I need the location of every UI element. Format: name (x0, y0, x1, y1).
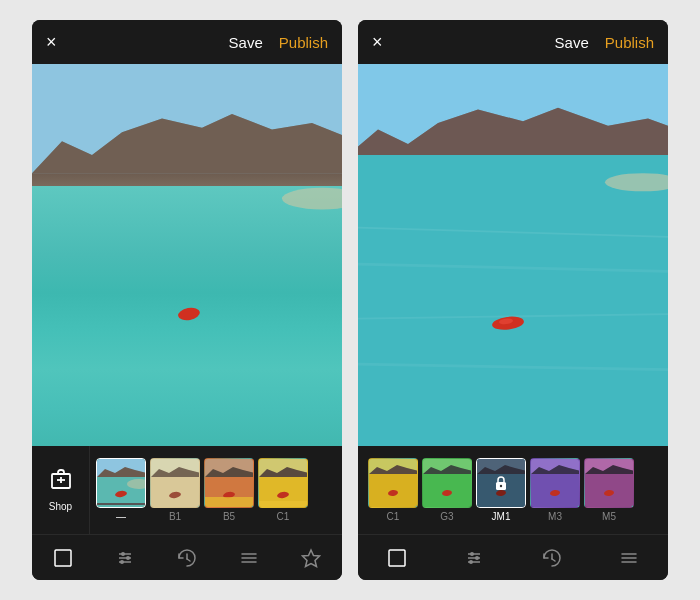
right-close-button[interactable]: × (372, 32, 383, 53)
right-bottom-toolbar (358, 534, 668, 580)
filter-m5[interactable]: M5 (584, 458, 634, 522)
right-panel: × Save Publish (358, 20, 668, 580)
filter-g3-label: G3 (440, 511, 453, 522)
svg-rect-27 (55, 550, 71, 566)
filter-b1-thumb[interactable] (150, 458, 200, 508)
right-image-area (358, 64, 668, 446)
filter-none-thumb[interactable] (96, 458, 146, 508)
filter-m5-thumb[interactable] (584, 458, 634, 508)
svg-line-46 (358, 228, 668, 237)
filter-b5-thumb[interactable] (204, 458, 254, 508)
left-photo (32, 64, 342, 446)
lock-icon (494, 475, 508, 491)
right-save-button[interactable]: Save (555, 34, 589, 51)
frame-icon-left[interactable] (45, 540, 81, 576)
svg-rect-40 (358, 64, 668, 446)
svg-line-48 (358, 314, 668, 319)
svg-line-47 (358, 264, 668, 271)
filter-c1-label: C1 (277, 511, 290, 522)
filter-m3-label: M3 (548, 511, 562, 522)
right-photo (358, 64, 668, 446)
svg-point-31 (121, 552, 125, 556)
svg-line-35 (187, 559, 190, 561)
left-close-button[interactable]: × (46, 32, 57, 53)
right-filter-strip: C1 G3 (358, 446, 668, 534)
left-bottom-toolbar (32, 534, 342, 580)
history-icon-left[interactable] (169, 540, 205, 576)
svg-point-65 (500, 485, 502, 487)
left-image-area (32, 64, 342, 446)
left-publish-button[interactable]: Publish (279, 34, 328, 51)
left-save-button[interactable]: Save (229, 34, 263, 51)
filter-b1-label: B1 (169, 511, 181, 522)
svg-marker-1 (32, 114, 342, 173)
left-header: × Save Publish (32, 20, 342, 64)
star-icon-left[interactable] (293, 540, 329, 576)
right-header-actions: Save Publish (555, 34, 654, 51)
filter-c1-thumb[interactable] (258, 458, 308, 508)
filter-g3-thumb[interactable] (422, 458, 472, 508)
svg-rect-21 (205, 497, 254, 508)
left-filter-list: — B1 (90, 446, 314, 534)
svg-point-50 (491, 315, 525, 332)
left-panel: × Save Publish (32, 20, 342, 580)
svg-point-78 (470, 552, 474, 556)
svg-point-79 (475, 556, 479, 560)
menu-icon-left[interactable] (231, 540, 267, 576)
svg-rect-74 (389, 550, 405, 566)
filter-b5[interactable]: B5 (204, 458, 254, 522)
sliders-icon-left[interactable] (107, 540, 143, 576)
filter-m3-thumb[interactable] (530, 458, 580, 508)
filter-none[interactable]: — (96, 458, 146, 522)
svg-rect-26 (259, 501, 308, 508)
filter-g3[interactable]: G3 (422, 458, 472, 522)
filter-jm1[interactable]: JM1 (476, 458, 526, 522)
left-filter-strip: Shop — (32, 446, 342, 534)
filter-b1[interactable]: B1 (150, 458, 200, 522)
svg-marker-39 (303, 550, 320, 567)
svg-point-51 (499, 318, 514, 325)
filter-m3[interactable]: M3 (530, 458, 580, 522)
filter-m5-label: M5 (602, 511, 616, 522)
svg-line-49 (358, 364, 668, 369)
svg-point-32 (126, 556, 130, 560)
svg-rect-41 (358, 64, 668, 155)
svg-point-80 (469, 560, 473, 564)
menu-icon-right[interactable] (611, 540, 647, 576)
filter-c1-right-thumb[interactable] (368, 458, 418, 508)
left-header-actions: Save Publish (229, 34, 328, 51)
svg-marker-2 (32, 114, 342, 173)
right-filter-list: C1 G3 (358, 446, 640, 534)
frame-icon-right[interactable] (379, 540, 415, 576)
svg-point-45 (605, 173, 668, 191)
shop-label: Shop (49, 501, 72, 512)
svg-marker-42 (358, 108, 668, 155)
right-publish-button[interactable]: Publish (605, 34, 654, 51)
sliders-icon-right[interactable] (456, 540, 492, 576)
filter-c1[interactable]: C1 (258, 458, 308, 522)
cart-icon (49, 469, 73, 497)
filter-c1-right[interactable]: C1 (368, 458, 418, 522)
right-header: × Save Publish (358, 20, 668, 64)
svg-point-33 (120, 560, 124, 564)
svg-marker-43 (358, 108, 668, 155)
filter-jm1-thumb[interactable] (476, 458, 526, 508)
svg-rect-0 (32, 64, 342, 173)
left-kayak (177, 306, 201, 322)
filter-c1-right-label: C1 (387, 511, 400, 522)
left-shop-button[interactable]: Shop (32, 446, 90, 534)
svg-line-82 (552, 559, 555, 561)
filter-none-label: — (116, 511, 126, 522)
history-icon-right[interactable] (534, 540, 570, 576)
filter-jm1-label: JM1 (492, 511, 511, 522)
filter-b5-label: B5 (223, 511, 235, 522)
svg-point-4 (282, 188, 342, 210)
